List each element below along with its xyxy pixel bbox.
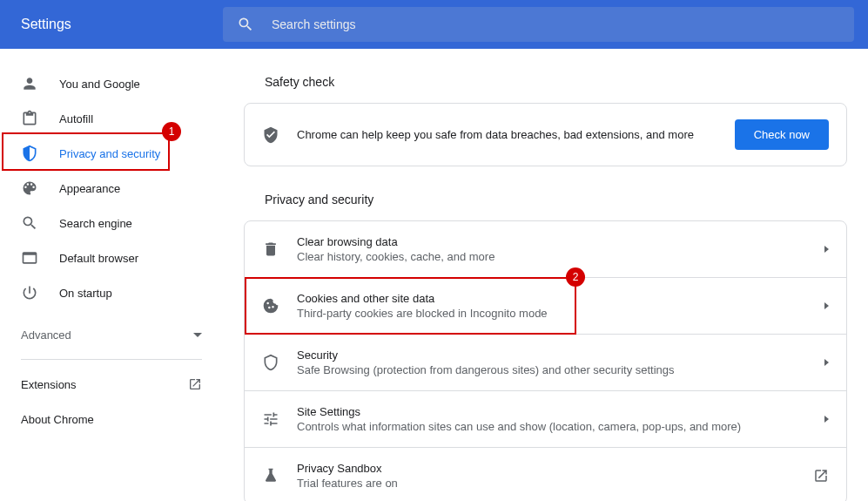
advanced-toggle[interactable]: Advanced (0, 317, 223, 352)
search-input[interactable] (272, 17, 840, 31)
row-subtitle: Safe Browsing (protection from dangerous… (297, 363, 824, 376)
sidebar-item-label: On startup (59, 287, 112, 300)
row-subtitle: Third-party cookies are blocked in Incog… (297, 307, 824, 320)
chevron-right-icon (824, 302, 829, 309)
check-now-button[interactable]: Check now (735, 119, 829, 150)
row-title: Privacy Sandbox (297, 462, 813, 475)
search-bar[interactable] (223, 7, 854, 42)
separator (21, 359, 202, 360)
chevron-down-icon (193, 333, 202, 337)
sidebar-item-label: Appearance (59, 182, 120, 195)
extensions-label: Extensions (21, 378, 77, 391)
about-chrome-link[interactable]: About Chrome (0, 402, 223, 437)
tune-icon (262, 410, 279, 428)
row-title: Clear browsing data (297, 235, 824, 248)
row-subtitle: Trial features are on (297, 477, 813, 490)
flask-icon (262, 467, 279, 484)
open-in-new-icon (813, 468, 829, 484)
person-icon (21, 75, 38, 92)
sidebar-item-search-engine[interactable]: Search engine (0, 206, 205, 240)
chevron-right-icon (824, 416, 829, 423)
verified-shield-icon (262, 126, 279, 144)
main-content: Safety check Chrome can help keep you sa… (223, 49, 868, 501)
header-left: Settings (0, 0, 223, 49)
sidebar-item-privacy-wrap: Privacy and security 1 (0, 136, 223, 171)
shield-outline-icon (262, 354, 279, 371)
sidebar-item-appearance[interactable]: Appearance (0, 171, 205, 206)
browser-icon (21, 249, 38, 267)
sidebar-item-you-and-google[interactable]: You and Google (0, 66, 205, 101)
row-cookies[interactable]: Cookies and other site data Third-party … (245, 277, 846, 334)
row-site-settings[interactable]: Site Settings Controls what information … (245, 390, 846, 447)
sidebar-item-default-browser[interactable]: Default browser (0, 240, 205, 275)
sidebar-item-label: Autofill (59, 112, 93, 125)
row-subtitle: Clear history, cookies, cache, and more (297, 250, 824, 263)
palette-icon (21, 179, 38, 197)
sidebar-item-label: Default browser (59, 252, 138, 265)
advanced-label: Advanced (21, 328, 71, 342)
clipboard-icon (21, 110, 38, 127)
section-title-safety: Safety check (265, 75, 847, 89)
safety-check-text: Chrome can help keep you safe from data … (297, 128, 735, 141)
row-security[interactable]: Security Safe Browsing (protection from … (245, 334, 846, 390)
extensions-link[interactable]: Extensions (0, 367, 223, 402)
sidebar-item-on-startup[interactable]: On startup (0, 275, 205, 310)
annotation-badge-1: 1 (162, 122, 181, 141)
search-icon (21, 214, 38, 232)
section-title-privacy: Privacy and security (265, 193, 847, 206)
sidebar-item-label: You and Google (59, 78, 140, 91)
page-title: Settings (21, 17, 71, 32)
search-wrap (223, 0, 868, 49)
cookie-icon (262, 297, 279, 315)
open-in-new-icon (188, 377, 202, 391)
row-subtitle: Controls what information sites can use … (297, 420, 824, 433)
sidebar-item-privacy[interactable]: Privacy and security (0, 136, 205, 171)
row-clear-browsing-data[interactable]: Clear browsing data Clear history, cooki… (245, 221, 846, 277)
delete-icon (262, 240, 279, 258)
row-privacy-sandbox[interactable]: Privacy Sandbox Trial features are on (245, 447, 846, 501)
header: Settings (0, 0, 868, 49)
row-title: Site Settings (297, 405, 824, 418)
sidebar: You and Google Autofill Privacy and secu… (0, 49, 223, 501)
privacy-card: Clear browsing data Clear history, cooki… (244, 220, 847, 501)
safety-check-row: Chrome can help keep you safe from data … (245, 104, 846, 166)
row-title: Cookies and other site data (297, 292, 824, 305)
chevron-right-icon (824, 359, 829, 366)
power-icon (21, 284, 38, 301)
chevron-right-icon (824, 246, 829, 253)
shield-icon (21, 145, 38, 162)
safety-check-card: Chrome can help keep you safe from data … (244, 103, 847, 166)
row-title: Security (297, 349, 824, 362)
search-icon (237, 16, 254, 33)
sidebar-item-label: Search engine (59, 217, 132, 230)
sidebar-item-label: Privacy and security (59, 147, 160, 160)
annotation-badge-2: 2 (566, 267, 585, 287)
about-label: About Chrome (21, 413, 94, 426)
